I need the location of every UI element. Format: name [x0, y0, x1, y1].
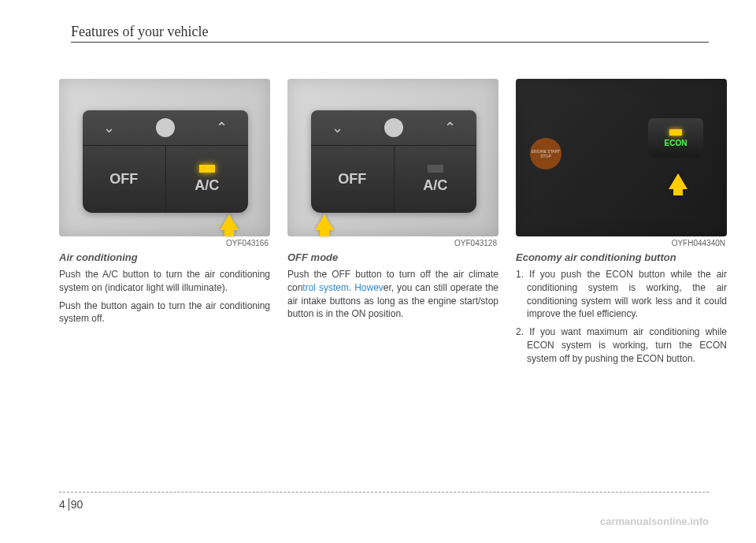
page-footer: 490 — [59, 492, 709, 511]
page-number: 490 — [59, 498, 83, 511]
off-panel-image: ⌄ ⌃ OFF A/C — [287, 79, 498, 236]
off-button: OFF — [311, 146, 395, 213]
paragraph: Push the button again to turn the air co… — [59, 299, 270, 326]
column-off-mode: ⌄ ⌃ OFF A/C OYF043128 OFF mode Pu — [287, 79, 498, 370]
section-number: 4 — [59, 498, 69, 511]
ac-indicator-light — [199, 165, 215, 173]
econ-label: ECON — [665, 139, 687, 147]
page-title: Features of your vehicle — [71, 24, 208, 39]
image-code: OYFH044340N — [516, 239, 727, 247]
control-panel: ⌄ ⌃ OFF A/C — [83, 110, 248, 213]
ac-panel-image: ⌄ ⌃ OFF A/C — [59, 79, 270, 236]
fan-icon — [384, 118, 403, 137]
ac-indicator-light-off — [428, 165, 443, 173]
list-item: 2. If you want maximum air conditioning … — [516, 325, 727, 365]
arrow-pointer-icon — [220, 214, 239, 230]
fan-control-row: ⌄ ⌃ — [83, 110, 248, 146]
control-panel: ⌄ ⌃ OFF A/C — [311, 110, 476, 213]
off-label: OFF — [338, 171, 366, 188]
column-air-conditioning: ⌄ ⌃ OFF A/C OYF043166 Air conditioning P — [59, 79, 270, 370]
image-code: OYF043128 — [287, 239, 498, 247]
list-item: 1. If you push the ECON button while the… — [516, 268, 727, 321]
chevron-down-icon: ⌄ — [332, 119, 343, 136]
content-area: ⌄ ⌃ OFF A/C OYF043166 Air conditioning P — [59, 79, 709, 370]
econ-indicator-light — [669, 129, 682, 136]
paragraph: Push the A/C button to turn the air cond… — [59, 268, 270, 295]
fan-control-row: ⌄ ⌃ — [311, 110, 476, 146]
chevron-up-icon: ⌃ — [444, 119, 456, 136]
ac-button: A/C — [395, 146, 477, 213]
watermark-text: trol system. Howev — [302, 282, 383, 293]
chevron-up-icon: ⌃ — [216, 119, 228, 136]
ac-label: A/C — [195, 177, 219, 194]
image-code: OYF043166 — [59, 239, 270, 247]
button-row: OFF A/C — [83, 146, 248, 213]
section-title: Air conditioning — [59, 251, 270, 263]
paragraph: Push the OFF button to turn off the air … — [287, 268, 498, 321]
off-button: OFF — [83, 146, 166, 213]
off-label: OFF — [109, 171, 138, 188]
page-header: Features of your vehicle — [71, 24, 709, 43]
section-title: Economy air conditioning button — [516, 251, 727, 263]
fan-icon — [156, 118, 175, 137]
ac-button: A/C — [166, 146, 249, 213]
econ-button: ECON — [648, 118, 703, 158]
column-economy-ac: ENGINE START STOP ECON OYFH044340N Econo… — [516, 79, 727, 370]
econ-panel-image: ENGINE START STOP ECON — [516, 79, 727, 236]
footer-brand: carmanualsonline.info — [600, 515, 709, 527]
ac-label: A/C — [423, 177, 447, 194]
section-title: OFF mode — [287, 251, 498, 263]
button-row: OFF A/C — [311, 146, 476, 213]
page-number-value: 90 — [71, 498, 83, 511]
arrow-pointer-icon — [315, 214, 334, 230]
engine-start-stop-button: ENGINE START STOP — [530, 138, 561, 169]
chevron-down-icon: ⌄ — [103, 119, 115, 136]
arrow-pointer-icon — [669, 173, 687, 189]
